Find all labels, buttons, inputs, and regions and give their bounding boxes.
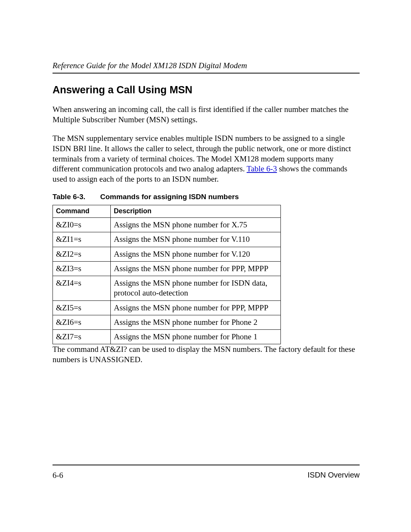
paragraph: The MSN supplementary service enables mu… [53, 133, 360, 184]
cell-command: &ZI2=s [53, 247, 111, 261]
table-row: &ZI4=s Assigns the MSN phone number for … [53, 276, 281, 301]
cell-description: Assigns the MSN phone number for PPP, MP… [111, 300, 281, 315]
table-number: Table 6-3. [53, 193, 98, 201]
cell-command: &ZI6=s [53, 315, 111, 329]
running-header: Reference Guide for the Model XM128 ISDN… [53, 61, 360, 73]
table-row: &ZI0=s Assigns the MSN phone number for … [53, 218, 281, 232]
cell-command: &ZI3=s [53, 261, 111, 276]
table-row: &ZI6=s Assigns the MSN phone number for … [53, 315, 281, 329]
cell-description: Assigns the MSN phone number for ISDN da… [111, 276, 281, 301]
document-page: Reference Guide for the Model XM128 ISDN… [0, 0, 411, 532]
table-row: &ZI3=s Assigns the MSN phone number for … [53, 261, 281, 276]
cell-command: &ZI1=s [53, 232, 111, 247]
cell-command: &ZI5=s [53, 300, 111, 315]
table-row: &ZI7=s Assigns the MSN phone number for … [53, 330, 281, 344]
table-title: Commands for assigning ISDN numbers [100, 193, 239, 201]
cell-description: Assigns the MSN phone number for V.110 [111, 232, 281, 247]
table-row: &ZI2=s Assigns the MSN phone number for … [53, 247, 281, 261]
column-header-description: Description [111, 205, 281, 218]
table-caption: Table 6-3. Commands for assigning ISDN n… [53, 193, 360, 201]
table-header-row: Command Description [53, 205, 281, 218]
cell-description: Assigns the MSN phone number for Phone 1 [111, 330, 281, 344]
cell-description: Assigns the MSN phone number for X.75 [111, 218, 281, 232]
paragraph: The command AT&ZI? can be used to displa… [53, 344, 360, 365]
table-row: &ZI5=s Assigns the MSN phone number for … [53, 300, 281, 315]
cell-description: Assigns the MSN phone number for V.120 [111, 247, 281, 261]
page-number: 6-6 [53, 471, 63, 480]
cell-description: Assigns the MSN phone number for Phone 2 [111, 315, 281, 329]
cell-command: &ZI7=s [53, 330, 111, 344]
commands-table: Command Description &ZI0=s Assigns the M… [53, 205, 281, 344]
section-heading: Answering a Call Using MSN [53, 84, 360, 96]
table-row: &ZI1=s Assigns the MSN phone number for … [53, 232, 281, 247]
cell-command: &ZI0=s [53, 218, 111, 232]
column-header-command: Command [53, 205, 111, 218]
cell-description: Assigns the MSN phone number for PPP, MP… [111, 261, 281, 276]
table-cross-reference-link[interactable]: Table 6-3 [247, 164, 277, 173]
footer-section-title: ISDN Overview [307, 471, 360, 480]
page-footer: 6-6 ISDN Overview [53, 465, 360, 480]
paragraph: When answering an incoming call, the cal… [53, 104, 360, 125]
cell-command: &ZI4=s [53, 276, 111, 301]
